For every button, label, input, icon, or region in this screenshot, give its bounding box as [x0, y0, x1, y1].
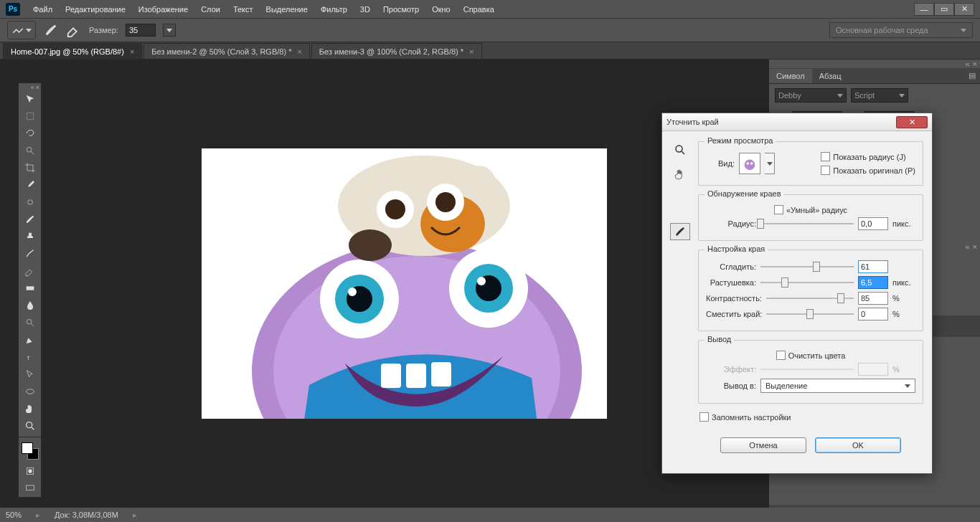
dialog-title: Уточнить край [666, 118, 719, 126]
minimize-button[interactable]: — [914, 3, 934, 16]
tools-panel-grip[interactable]: «× [19, 83, 41, 90]
cancel-button[interactable]: Отмена [720, 437, 806, 453]
tab-close-icon[interactable]: × [297, 47, 301, 56]
lasso-tool[interactable] [19, 125, 41, 142]
zoom-level[interactable]: 50% [6, 511, 22, 519]
svg-point-27 [26, 422, 32, 428]
smooth-slider[interactable] [760, 260, 854, 273]
document-tabs: Home-007.jpg @ 50% (RGB/8#) × Без имени-… [0, 42, 980, 60]
canvas[interactable] [202, 148, 607, 419]
panel-menu-icon[interactable]: ▤ [964, 68, 980, 83]
menu-type[interactable]: Текст [227, 2, 259, 16]
stamp-tool[interactable] [19, 228, 41, 245]
tab-character[interactable]: Символ [769, 69, 812, 83]
marquee-tool[interactable] [19, 108, 41, 125]
menu-select[interactable]: Выделение [260, 2, 314, 16]
tab-paragraph[interactable]: Абзац [812, 69, 849, 83]
type-tool[interactable]: T [19, 348, 41, 366]
menu-file[interactable]: Файл [27, 2, 58, 16]
dialog-close-button[interactable]: ✕ [896, 116, 928, 128]
crop-tool[interactable] [19, 159, 41, 176]
feather-input[interactable] [858, 276, 888, 289]
brush-icon[interactable] [43, 22, 59, 38]
radius-input[interactable] [858, 217, 888, 230]
tab-close-icon[interactable]: × [130, 47, 134, 56]
decontaminate-checkbox[interactable]: Очистить цвета [776, 351, 846, 360]
output-to-dropdown[interactable]: Выделение [760, 379, 915, 393]
menu-edit[interactable]: Редактирование [60, 2, 131, 16]
refine-brush-tool-icon[interactable] [670, 223, 690, 240]
menu-view[interactable]: Просмотр [377, 2, 425, 16]
group-title: Режим просмотра [705, 136, 776, 145]
shape-tool[interactable] [19, 383, 41, 400]
eraser-tool[interactable] [19, 262, 41, 280]
menu-image[interactable]: Изображение [133, 2, 194, 16]
path-select-tool[interactable] [19, 366, 41, 383]
document-tab[interactable]: Без имени-2 @ 50% (Слой 3, RGB/8) * × [143, 43, 310, 59]
remember-settings-checkbox[interactable]: Запомнить настройки [699, 412, 922, 422]
menu-filter[interactable]: Фильтр [315, 2, 353, 16]
hand-tool[interactable] [19, 400, 41, 417]
size-label: Размер: [89, 26, 118, 34]
eraser-icon[interactable] [66, 22, 82, 38]
quick-mask-toggle[interactable] [19, 462, 41, 480]
doc-size[interactable]: Док: 3,08M/3,08M [55, 511, 118, 519]
group-title: Обнаружение краев [705, 189, 784, 198]
gradient-tool[interactable] [19, 280, 41, 297]
eyedropper-tool[interactable] [19, 176, 41, 194]
menu-window[interactable]: Окно [426, 2, 456, 16]
brush-size-input[interactable] [126, 24, 156, 37]
document-tab[interactable]: Home-007.jpg @ 50% (RGB/8#) × [3, 43, 142, 59]
brush-tool[interactable] [19, 211, 41, 228]
view-thumbnail[interactable] [739, 153, 760, 174]
show-original-checkbox[interactable]: Показать оригинал (P) [821, 166, 915, 175]
blur-tool[interactable] [19, 297, 41, 314]
document-tab[interactable]: Без имени-3 @ 100% (Слой 2, RGB/8) * × [311, 43, 482, 59]
svg-point-29 [28, 469, 32, 473]
screen-mode-toggle[interactable] [19, 480, 41, 497]
smooth-label: Сгладить: [706, 262, 756, 271]
contrast-input[interactable] [858, 292, 888, 305]
close-button[interactable]: ✕ [954, 3, 974, 16]
zoom-tool[interactable] [19, 417, 41, 435]
shift-edge-input[interactable] [858, 308, 888, 321]
canvas-area[interactable] [43, 60, 765, 508]
shift-edge-slider[interactable] [766, 308, 854, 321]
panel-grip[interactable]: «× [769, 60, 980, 68]
pen-tool[interactable] [19, 331, 41, 348]
svg-point-12 [477, 277, 486, 285]
smart-radius-checkbox[interactable]: «Умный» радиус [774, 205, 847, 214]
zoom-tool-icon[interactable] [670, 141, 690, 158]
view-dropdown-arrow[interactable] [765, 153, 775, 174]
quick-select-tool[interactable] [19, 142, 41, 159]
move-tool[interactable] [19, 90, 41, 108]
title-bar: Ps Файл Редактирование Изображение Слои … [0, 0, 980, 18]
workspace-switcher[interactable]: Основная рабочая среда [829, 22, 973, 38]
dialog-titlebar[interactable]: Уточнить край ✕ [662, 113, 932, 131]
menu-help[interactable]: Справка [458, 2, 500, 16]
view-mode-group: Режим просмотра Вид: Показать радиус (J)… [698, 141, 923, 186]
ok-button[interactable]: OK [815, 437, 901, 453]
tool-preset-picker[interactable] [7, 21, 36, 39]
dodge-tool[interactable] [19, 314, 41, 331]
size-dropdown[interactable] [163, 24, 176, 37]
maximize-button[interactable]: ▭ [934, 3, 954, 16]
menu-3d[interactable]: 3D [354, 2, 376, 16]
tab-close-icon[interactable]: × [469, 47, 473, 56]
contrast-slider[interactable] [766, 292, 854, 305]
history-brush-tool[interactable] [19, 245, 41, 262]
smooth-input[interactable] [858, 260, 888, 273]
color-swatches[interactable] [19, 440, 41, 462]
menu-layer[interactable]: Слои [195, 2, 226, 16]
font-family-dropdown[interactable]: Debby [775, 88, 847, 103]
svg-point-31 [676, 146, 682, 152]
hand-tool-icon[interactable] [670, 166, 690, 183]
feather-slider[interactable] [760, 276, 854, 289]
radius-slider[interactable] [760, 217, 854, 230]
show-radius-checkbox[interactable]: Показать радиус (J) [821, 152, 915, 161]
svg-point-18 [435, 192, 456, 212]
svg-point-32 [745, 160, 755, 171]
healing-tool[interactable] [19, 194, 41, 211]
font-style-dropdown[interactable]: Script [851, 88, 908, 103]
menu-bar: Файл Редактирование Изображение Слои Тек… [27, 2, 500, 16]
